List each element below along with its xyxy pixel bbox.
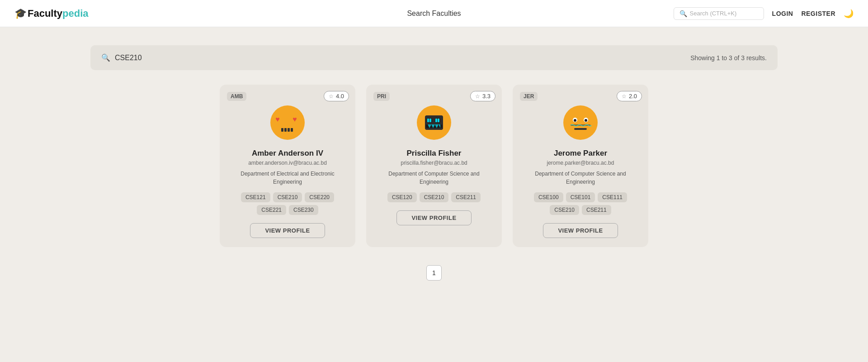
search-bar: 🔍 CSE210 Showing 1 to 3 of 3 results.: [90, 45, 778, 70]
rating-value-priscilla: 3.3: [482, 93, 491, 100]
logo[interactable]: 🎓 Facultypedia: [14, 8, 89, 19]
cards-grid: AMB ☆ 4.0 ♥ ♥ A: [90, 85, 778, 247]
logo-pedia-text: pedia: [62, 8, 88, 19]
main-content: 🔍 CSE210 Showing 1 to 3 of 3 results. AM…: [0, 27, 868, 299]
svg-rect-14: [438, 119, 439, 122]
courses-amber: CSE121 CSE210 CSE220 CSE221 CSE230: [231, 192, 344, 215]
faculty-dept-amber: Department of Electrical and Electronic …: [231, 170, 344, 186]
avatar-amber: ♥ ♥: [269, 105, 306, 143]
header: 🎓 Facultypedia Search Faculties 🔍 Search…: [0, 0, 868, 27]
svg-point-20: [574, 119, 576, 122]
course-tag: CSE111: [598, 192, 627, 202]
search-placeholder: Search (CTRL+K): [690, 10, 737, 17]
search-results-text: Showing 1 to 3 of 3 results.: [690, 54, 767, 62]
faculty-email-jerome: jerome.parker@bracu.ac.bd: [547, 160, 614, 166]
register-link[interactable]: REGISTER: [801, 10, 835, 17]
course-tag: CSE100: [534, 192, 563, 202]
view-profile-button-jerome[interactable]: VIEW PROFILE: [543, 223, 618, 238]
view-profile-button-priscilla[interactable]: VIEW PROFILE: [396, 210, 471, 225]
svg-rect-4: [284, 128, 287, 132]
star-icon-amber: ☆: [329, 93, 334, 100]
svg-rect-13: [435, 119, 437, 122]
svg-rect-22: [574, 128, 587, 130]
header-search-box[interactable]: 🔍 Search (CTRL+K): [674, 7, 764, 20]
view-profile-button-amber[interactable]: VIEW PROFILE: [250, 223, 325, 238]
faculty-email-amber: amber.anderson.iv@bracu.ac.bd: [248, 160, 327, 166]
faculty-name-priscilla: Priscilla Fisher: [407, 149, 462, 158]
page-button-1[interactable]: 1: [426, 265, 442, 281]
avatar-jerome: [562, 105, 599, 143]
search-bar-query[interactable]: CSE210: [115, 54, 142, 62]
svg-rect-5: [288, 128, 290, 132]
course-tag: CSE210: [420, 192, 449, 202]
faculty-email-priscilla: priscilla.fisher@bracu.ac.bd: [401, 160, 467, 166]
star-icon-jerome: ☆: [622, 93, 627, 100]
card-rating-jerome: ☆ 2.0: [617, 91, 642, 101]
faculty-dept-jerome: Department of Computer Science and Engin…: [524, 170, 637, 186]
svg-point-21: [585, 119, 587, 122]
course-tag: CSE121: [241, 192, 270, 202]
course-tag: CSE120: [387, 192, 417, 202]
header-right: 🔍 Search (CTRL+K) LOGIN REGISTER 🌙: [674, 7, 854, 20]
rating-value-jerome: 2.0: [629, 93, 637, 100]
nav-center-label: Search Faculties: [407, 10, 461, 18]
course-tag: CSE211: [451, 192, 481, 202]
faculty-card-jerome: JER ☆ 2.0: [513, 85, 648, 247]
pagination: 1: [90, 265, 778, 281]
star-icon-priscilla: ☆: [475, 93, 480, 100]
avatar-priscilla: [416, 105, 452, 143]
course-tag: CSE210: [550, 205, 579, 215]
logo-hat: 🎓: [14, 8, 27, 19]
dark-mode-toggle[interactable]: 🌙: [844, 9, 854, 19]
logo-faculty-text: Faculty: [28, 8, 62, 19]
search-bar-icon: 🔍: [101, 53, 110, 62]
svg-rect-11: [429, 119, 431, 122]
card-abbr-jerome: JER: [520, 92, 538, 101]
svg-text:♥: ♥: [275, 115, 280, 123]
courses-priscilla: CSE120 CSE210 CSE211: [387, 192, 481, 202]
course-tag: CSE211: [582, 205, 611, 215]
course-tag: CSE230: [289, 205, 318, 215]
svg-text:♥: ♥: [292, 115, 297, 123]
faculty-name-amber: Amber Anderson IV: [252, 149, 323, 158]
card-abbr-amber: AMB: [227, 92, 246, 101]
login-link[interactable]: LOGIN: [772, 10, 793, 17]
course-tag: CSE220: [305, 192, 334, 202]
svg-point-17: [563, 105, 598, 140]
faculty-name-jerome: Jerome Parker: [554, 149, 607, 158]
search-icon: 🔍: [679, 10, 687, 17]
faculty-dept-priscilla: Department of Computer Science and Engin…: [377, 170, 491, 186]
card-abbr-priscilla: PRI: [373, 92, 390, 101]
courses-jerome: CSE100 CSE101 CSE111 CSE210 CSE211: [524, 192, 637, 215]
faculty-card-amber: AMB ☆ 4.0 ♥ ♥ A: [220, 85, 355, 247]
course-tag: CSE221: [257, 205, 286, 215]
search-bar-left: 🔍 CSE210: [101, 53, 142, 62]
card-rating-priscilla: ☆ 3.3: [470, 91, 495, 101]
course-tag: CSE101: [566, 192, 595, 202]
svg-rect-6: [291, 128, 293, 132]
svg-rect-10: [427, 119, 429, 122]
card-rating-amber: ☆ 4.0: [324, 91, 349, 101]
faculty-card-priscilla: PRI ☆ 3.3: [366, 85, 502, 247]
course-tag: CSE210: [273, 192, 302, 202]
svg-rect-3: [281, 128, 283, 132]
rating-value-amber: 4.0: [336, 93, 344, 100]
